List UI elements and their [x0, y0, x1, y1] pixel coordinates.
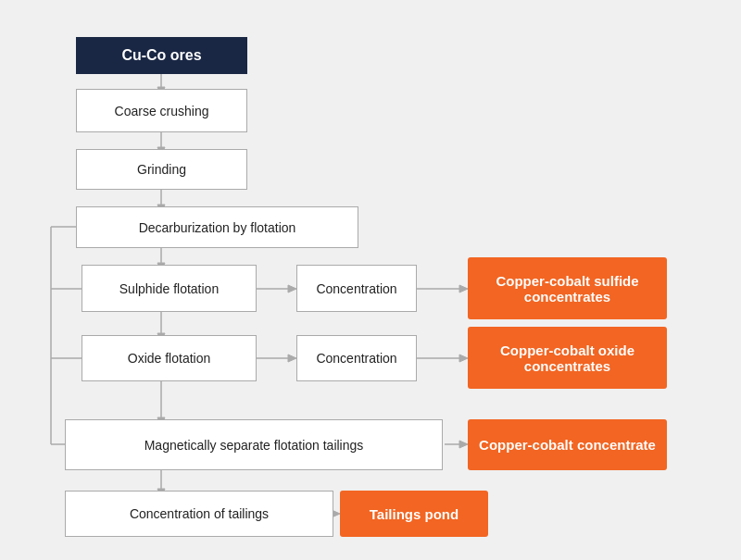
concentration-tailings-box: Concentration of tailings	[65, 491, 333, 537]
oxide-flotation-box: Oxide flotation	[82, 335, 257, 381]
copper-cobalt-sulfide-box: Copper-cobalt sulfide concentrates	[468, 257, 667, 319]
sulphide-flotation-box: Sulphide flotation	[82, 265, 257, 312]
concentration2-box: Concentration	[296, 335, 417, 381]
tailings-pond-box: Tailings pond	[340, 491, 488, 537]
diagram: Cu-Co ores Coarse crushing Grinding Deca…	[0, 0, 741, 560]
copper-cobalt-oxide-box: Copper-cobalt oxide concentrates	[468, 327, 667, 389]
copper-cobalt-concentrate-box: Copper-cobalt concentrate	[468, 419, 667, 470]
svg-marker-21	[459, 355, 468, 362]
coarse-crushing-box: Coarse crushing	[76, 89, 247, 132]
svg-marker-15	[288, 285, 296, 292]
concentration1-box: Concentration	[296, 265, 417, 312]
svg-marker-17	[459, 285, 468, 292]
svg-marker-19	[288, 355, 296, 362]
svg-marker-23	[459, 441, 468, 448]
decarburization-box: Decarburization by flotation	[76, 206, 358, 248]
magnetic-separation-box: Magnetically separate flotation tailings	[65, 419, 443, 470]
grinding-box: Grinding	[76, 149, 247, 190]
cu-co-ores-box: Cu-Co ores	[76, 37, 247, 74]
